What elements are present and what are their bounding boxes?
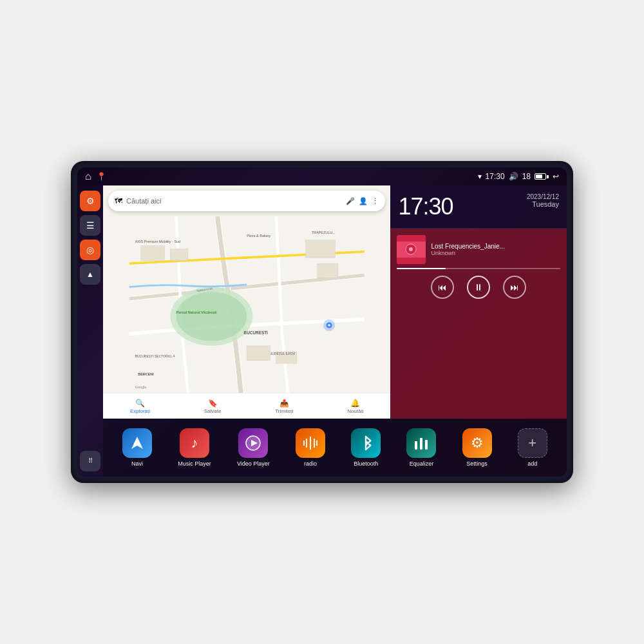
device-screen: ⌂ 📍 ▾ 17:30 🔊 18 ↩ bbox=[77, 167, 567, 477]
device: ⌂ 📍 ▾ 17:30 🔊 18 ↩ bbox=[71, 161, 573, 483]
center-content: 🗺 Căutați aici 🎤 👤 ⋮ bbox=[103, 185, 567, 477]
clock-date: 2023/12/12 Tuesday bbox=[527, 193, 559, 208]
navi-icon-svg bbox=[129, 435, 146, 451]
signal-strength: 18 bbox=[522, 172, 531, 181]
more-icon[interactable]: ⋮ bbox=[372, 197, 379, 205]
map-background: 🗺 Căutați aici 🎤 👤 ⋮ bbox=[103, 185, 390, 419]
svg-point-2 bbox=[176, 292, 247, 341]
battery-tip bbox=[547, 175, 549, 178]
navi-label: Navi bbox=[131, 460, 143, 467]
settings-icon: ⚙ bbox=[86, 196, 95, 206]
explore-label: Explorați bbox=[130, 408, 150, 414]
share-label: Trimiteți bbox=[275, 408, 293, 414]
music-details: Lost Frequencies_Janie... Unknown bbox=[431, 243, 560, 256]
map-area: 🗺 Căutați aici 🎤 👤 ⋮ bbox=[103, 185, 567, 419]
svg-rect-34 bbox=[415, 441, 417, 450]
mic-icon[interactable]: 🎤 bbox=[346, 197, 355, 205]
clock-widget: 17:30 2023/12/12 Tuesday bbox=[390, 185, 567, 229]
clock-date-text: 2023/12/12 bbox=[527, 193, 559, 200]
map-content: AXIS Premium Mobility - Sud Pizza & Bake… bbox=[103, 216, 390, 393]
svg-text:BUCUREȘTI: BUCUREȘTI bbox=[244, 330, 268, 336]
music-progress-bar[interactable] bbox=[397, 268, 560, 269]
google-maps-icon: 🗺 bbox=[115, 196, 122, 205]
settings-icon-img: ⚙ bbox=[462, 428, 492, 458]
app-settings[interactable]: ⚙ Settings bbox=[462, 428, 492, 467]
svg-text:Pizza & Bakery: Pizza & Bakery bbox=[247, 234, 270, 238]
next-icon: ⏭ bbox=[510, 282, 519, 292]
video-player-icon-img bbox=[238, 428, 268, 458]
status-right: ▾ 17:30 🔊 18 ↩ bbox=[478, 172, 559, 181]
map-search-text: Căutați aici bbox=[126, 197, 342, 205]
status-bar: ⌂ 📍 ▾ 17:30 🔊 18 ↩ bbox=[77, 167, 567, 185]
radio-icon-img bbox=[296, 428, 325, 458]
map-bottom-bar: 🔍 Explorați 🔖 Salvate 📤 Trimiteți bbox=[103, 393, 390, 419]
main-content: ⚙ ☰ ◎ ▲ ⠿ bbox=[77, 185, 567, 477]
battery-icon bbox=[535, 173, 549, 180]
news-icon: 🔔 bbox=[350, 399, 360, 408]
status-left: ⌂ 📍 bbox=[85, 171, 106, 182]
svg-text:BERCENI: BERCENI bbox=[138, 372, 154, 376]
map-news[interactable]: 🔔 Noutăți bbox=[347, 399, 363, 414]
app-equalizer[interactable]: Equalizer bbox=[406, 428, 436, 467]
sidebar-item-apps[interactable]: ⠿ bbox=[80, 451, 100, 471]
prev-button[interactable]: ⏮ bbox=[431, 276, 454, 299]
navi-icon-img bbox=[122, 428, 152, 458]
maps-status-icon: 📍 bbox=[97, 172, 106, 181]
back-icon[interactable]: ↩ bbox=[553, 172, 559, 181]
map-saved[interactable]: 🔖 Salvate bbox=[204, 399, 222, 414]
add-label: add bbox=[527, 460, 537, 467]
battery-fill bbox=[536, 175, 542, 178]
music-widget: Lost Frequencies_Janie... Unknown ⏮ bbox=[390, 229, 567, 419]
app-add[interactable]: + add bbox=[518, 428, 547, 467]
svg-text:JUDEȚUL ILFOV: JUDEȚUL ILFOV bbox=[270, 352, 296, 355]
wifi-icon: ▾ bbox=[478, 172, 482, 181]
bluetooth-label: Bluetooth bbox=[354, 460, 378, 467]
app-music-player[interactable]: ♪ Music Player bbox=[178, 428, 211, 467]
music-progress-fill bbox=[397, 268, 446, 269]
equalizer-bars-icon bbox=[413, 435, 430, 451]
album-art-svg bbox=[397, 235, 426, 264]
equalizer-label: Equalizer bbox=[410, 460, 434, 467]
play-pause-button[interactable]: ⏸ bbox=[467, 276, 490, 299]
bluetooth-icon-img bbox=[351, 428, 381, 458]
music-player-label: Music Player bbox=[178, 460, 211, 467]
svg-rect-4 bbox=[170, 249, 187, 260]
sidebar-item-maps[interactable]: ◎ bbox=[80, 240, 100, 260]
app-bluetooth[interactable]: Bluetooth bbox=[351, 428, 381, 467]
video-play-icon bbox=[245, 435, 261, 451]
music-player-icon-img: ♪ bbox=[180, 428, 209, 458]
add-icon-img: + bbox=[518, 428, 547, 458]
sidebar-item-settings[interactable]: ⚙ bbox=[80, 191, 100, 211]
prev-icon: ⏮ bbox=[438, 282, 447, 292]
music-controls: ⏮ ⏸ ⏭ bbox=[397, 273, 560, 301]
svg-rect-5 bbox=[306, 240, 336, 258]
music-title: Lost Frequencies_Janie... bbox=[431, 243, 560, 250]
account-icon[interactable]: 👤 bbox=[359, 197, 368, 205]
explore-icon: 🔍 bbox=[135, 399, 145, 408]
app-radio[interactable]: radio bbox=[296, 428, 325, 467]
sidebar-item-files[interactable]: ☰ bbox=[80, 215, 100, 236]
map-explore[interactable]: 🔍 Explorați bbox=[130, 399, 150, 414]
svg-point-20 bbox=[328, 324, 330, 327]
map-container[interactable]: 🗺 Căutați aici 🎤 👤 ⋮ bbox=[103, 185, 390, 419]
right-panel: 17:30 2023/12/12 Tuesday bbox=[390, 185, 567, 419]
app-dock: Navi ♪ Music Player bbox=[103, 419, 567, 477]
video-player-label: Video Player bbox=[237, 460, 270, 467]
app-navi[interactable]: Navi bbox=[122, 428, 152, 467]
settings-label: Settings bbox=[466, 460, 488, 467]
map-share[interactable]: 📤 Trimiteți bbox=[275, 399, 293, 414]
files-icon: ☰ bbox=[86, 220, 95, 231]
map-search-bar[interactable]: 🗺 Căutați aici 🎤 👤 ⋮ bbox=[108, 191, 385, 211]
svg-text:Google: Google bbox=[135, 385, 147, 389]
bluetooth-icon-svg bbox=[359, 435, 372, 451]
album-art-inner bbox=[397, 235, 426, 264]
home-icon[interactable]: ⌂ bbox=[85, 171, 91, 182]
album-art bbox=[397, 235, 426, 264]
app-video-player[interactable]: Video Player bbox=[237, 428, 270, 467]
equalizer-icon-img bbox=[406, 428, 436, 458]
sidebar-item-navigation[interactable]: ▲ bbox=[80, 264, 100, 285]
next-button[interactable]: ⏭ bbox=[503, 276, 526, 299]
saved-label: Salvate bbox=[204, 408, 222, 414]
svg-text:AXIS Premium Mobility - Sud: AXIS Premium Mobility - Sud bbox=[135, 240, 181, 243]
apps-grid-icon: ⠿ bbox=[88, 458, 93, 464]
